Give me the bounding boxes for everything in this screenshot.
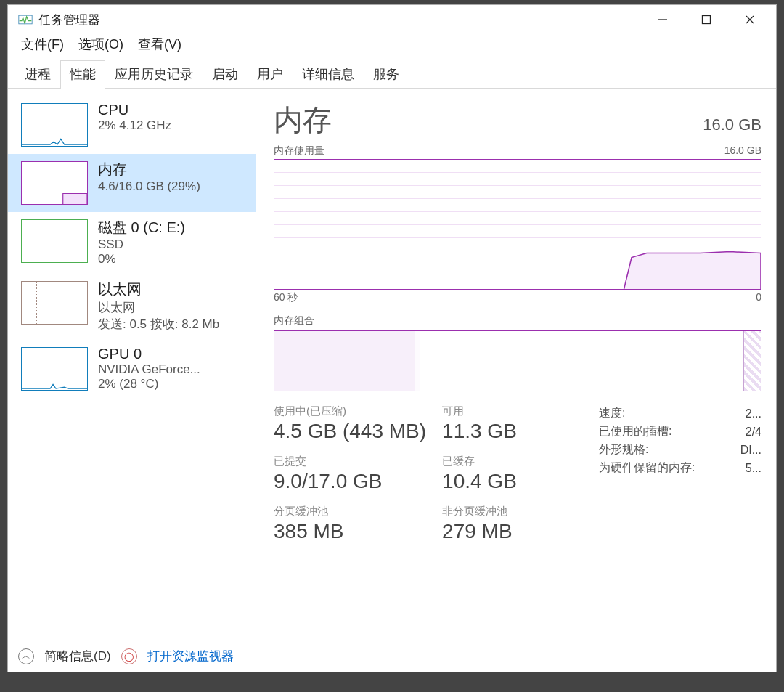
stat-value: 279 MB [442, 520, 586, 543]
fewer-details-link[interactable]: 简略信息(D) [44, 648, 111, 664]
ethernet-thumb [21, 281, 88, 325]
stat-value: 11.3 GB [442, 420, 586, 443]
stat-value: DI... [732, 441, 761, 459]
title-bar[interactable]: 任务管理器 [8, 5, 776, 34]
stats-right: 速度:2...已使用的插槽:2/4外形规格:DI...为硬件保留的内存:5... [599, 404, 761, 543]
eth-sub: 以太网 [98, 299, 219, 316]
cpu-label: CPU [98, 102, 171, 118]
disk-sub2: 0% [98, 252, 185, 266]
stat-key: 可用 [442, 404, 586, 418]
xaxis-left: 60 秒 [274, 291, 298, 304]
stat-key: 使用中(已压缩) [274, 404, 426, 418]
stat-row: 已使用的插槽:2/4 [599, 423, 761, 441]
comp-modified [415, 331, 420, 391]
memory-composition-bar[interactable] [274, 330, 761, 391]
resmon-icon: ◯ [121, 648, 137, 664]
xaxis-right: 0 [756, 291, 761, 304]
footer-bar: ︿ 简略信息(D) ◯ 打开资源监视器 [8, 640, 776, 672]
stats-left: 使用中(已压缩)4.5 GB (443 MB)可用11.3 GB已提交9.0/1… [274, 404, 586, 543]
stat-row: 速度:2... [599, 404, 761, 423]
tab-performance[interactable]: 性能 [60, 60, 105, 89]
stat-key: 为硬件保留的内存: [599, 459, 732, 477]
stat-value: 4.5 GB (443 MB) [274, 420, 426, 443]
disk-label: 磁盘 0 (C: E:) [98, 218, 185, 237]
memory-capacity: 16.0 GB [703, 115, 761, 134]
comp-in-use [274, 331, 415, 391]
comp-standby [420, 331, 744, 391]
menu-bar: 文件(F) 选项(O) 查看(V) [8, 34, 776, 60]
pane-title: 内存 [274, 100, 332, 140]
composition-label: 内存组合 [274, 314, 761, 327]
cpu-sub: 2% 4.12 GHz [98, 118, 171, 133]
stat-value: 2/4 [732, 423, 761, 441]
window-title: 任务管理器 [38, 12, 100, 28]
stat-block: 可用11.3 GB [442, 404, 586, 443]
cpu-thumb [21, 103, 88, 147]
stat-block: 已提交9.0/17.0 GB [274, 455, 426, 493]
sidebar-item-ethernet[interactable]: 以太网以太网发送: 0.5 接收: 8.2 Mb [8, 274, 256, 340]
stat-key: 外形规格: [599, 441, 732, 459]
sidebar-item-cpu[interactable]: CPU2% 4.12 GHz [8, 96, 256, 154]
chevron-up-icon[interactable]: ︿ [18, 648, 34, 664]
stat-value: 9.0/17.0 GB [274, 470, 426, 493]
sidebar-item-memory[interactable]: 内存4.6/16.0 GB (29%) [8, 154, 256, 212]
maximize-button[interactable] [685, 5, 728, 34]
minimize-button[interactable] [641, 5, 685, 34]
memory-usage-chart[interactable] [274, 159, 761, 290]
menu-file[interactable]: 文件(F) [21, 36, 64, 53]
gpu-sub2: 2% (28 °C) [98, 377, 200, 391]
tab-processes[interactable]: 进程 [15, 60, 60, 89]
stat-key: 速度: [599, 404, 732, 423]
stat-block: 使用中(已压缩)4.5 GB (443 MB) [274, 404, 426, 443]
disk-sub: SSD [98, 237, 185, 252]
memory-sub: 4.6/16.0 GB (29%) [98, 179, 200, 194]
gpu-thumb [21, 347, 88, 391]
comp-reserved [744, 331, 761, 391]
perf-sidebar: CPU2% 4.12 GHz 内存4.6/16.0 GB (29%) 磁盘 0 … [8, 96, 256, 640]
memory-detail-pane: 内存 16.0 GB 内存使用量 16.0 GB 60 秒 0 内存组合 [256, 96, 776, 640]
stat-key: 分页缓冲池 [274, 505, 426, 518]
stat-block: 分页缓冲池385 MB [274, 505, 426, 543]
memory-label: 内存 [98, 160, 200, 179]
tab-startup[interactable]: 启动 [203, 60, 248, 89]
sidebar-item-gpu[interactable]: GPU 0NVIDIA GeForce...2% (28 °C) [8, 340, 256, 399]
open-resmon-link[interactable]: 打开资源监视器 [147, 648, 234, 664]
stat-row: 为硬件保留的内存:5... [599, 459, 761, 477]
stat-value: 10.4 GB [442, 470, 586, 493]
chart-ymax: 16.0 GB [724, 144, 761, 158]
chart-label: 内存使用量 [274, 144, 324, 158]
stat-key: 非分页缓冲池 [442, 505, 586, 518]
memory-thumb [21, 161, 88, 205]
gpu-label: GPU 0 [98, 346, 200, 362]
stat-key: 已缓存 [442, 455, 586, 468]
gpu-sub: NVIDIA GeForce... [98, 362, 200, 377]
stat-value: 385 MB [274, 520, 426, 543]
stat-value: 5... [732, 459, 761, 477]
stat-block: 非分页缓冲池279 MB [442, 505, 586, 543]
close-button[interactable] [728, 5, 772, 34]
eth-sub2: 发送: 0.5 接收: 8.2 Mb [98, 316, 219, 333]
stat-block: 已缓存10.4 GB [442, 455, 586, 493]
eth-label: 以太网 [98, 280, 219, 299]
svg-rect-2 [703, 16, 711, 24]
menu-options[interactable]: 选项(O) [78, 36, 123, 53]
stat-key: 已使用的插槽: [599, 423, 732, 441]
tab-users[interactable]: 用户 [248, 60, 293, 89]
tab-strip: 进程 性能 应用历史记录 启动 用户 详细信息 服务 [8, 60, 776, 89]
menu-view[interactable]: 查看(V) [138, 36, 181, 53]
taskmgr-icon [18, 13, 33, 26]
stat-row: 外形规格:DI... [599, 441, 761, 459]
sidebar-item-disk[interactable]: 磁盘 0 (C: E:)SSD0% [8, 212, 256, 274]
stat-value: 2... [732, 404, 761, 423]
tab-app-history[interactable]: 应用历史记录 [105, 60, 203, 89]
disk-thumb [21, 219, 88, 263]
tab-services[interactable]: 服务 [364, 60, 409, 89]
tab-details[interactable]: 详细信息 [293, 60, 364, 89]
task-manager-window: 任务管理器 文件(F) 选项(O) 查看(V) 进程 性能 应用历史记录 启动 … [7, 4, 777, 672]
stat-key: 已提交 [274, 455, 426, 468]
